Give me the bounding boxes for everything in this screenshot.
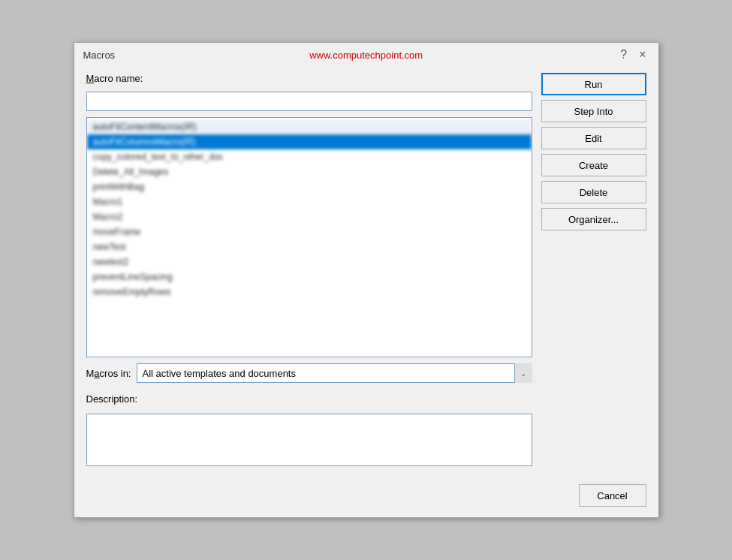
create-button[interactable]: Create bbox=[541, 154, 646, 176]
macros-in-row: Macros in: All active templates and docu… bbox=[86, 363, 532, 383]
list-item[interactable]: newTest bbox=[87, 239, 532, 254]
description-box bbox=[86, 414, 532, 466]
cancel-button[interactable]: Cancel bbox=[579, 484, 646, 507]
title-bar: Macros www.computechpoint.com ? × bbox=[74, 43, 658, 64]
title-bar-controls: ? × bbox=[617, 49, 649, 61]
list-item[interactable]: printWithBag bbox=[87, 179, 532, 194]
organizer-button[interactable]: Organizer... bbox=[541, 208, 646, 230]
macro-name-input[interactable] bbox=[86, 92, 532, 111]
list-item[interactable]: moveFrame bbox=[87, 224, 532, 239]
delete-button[interactable]: Delete bbox=[541, 181, 646, 203]
macro-list-container: autoFitContentMacros(IR) autoFitColumnsM… bbox=[86, 117, 532, 357]
edit-button[interactable]: Edit bbox=[541, 127, 646, 149]
close-button[interactable]: × bbox=[636, 49, 649, 61]
list-item[interactable]: preventLineSpacing bbox=[87, 269, 532, 285]
macros-in-select[interactable]: All active templates and documents Norma… bbox=[137, 363, 532, 383]
list-item[interactable]: autoFitColumnsMacro(IR) bbox=[87, 134, 532, 149]
left-panel: Macro name: autoFitContentMacros(IR) aut… bbox=[86, 73, 532, 466]
run-button[interactable]: Run bbox=[541, 73, 646, 95]
dialog-body: Macro name: autoFitContentMacros(IR) aut… bbox=[74, 64, 658, 478]
list-item[interactable]: removeEmptyRows bbox=[87, 285, 532, 300]
macro-list[interactable]: autoFitContentMacros(IR) autoFitColumnsM… bbox=[87, 118, 532, 357]
dialog-title: Macros bbox=[83, 50, 116, 61]
list-item[interactable]: Delete_All_Images bbox=[87, 164, 532, 179]
macro-name-label: Macro name: bbox=[86, 73, 532, 84]
macros-in-label: Macros in: bbox=[86, 368, 131, 379]
list-item[interactable]: newtest2 bbox=[87, 254, 532, 269]
macros-dialog: Macros www.computechpoint.com ? × Macro … bbox=[74, 42, 659, 518]
description-label: Description: bbox=[86, 393, 532, 405]
step-into-button[interactable]: Step Into bbox=[541, 100, 646, 122]
website-link: www.computechpoint.com bbox=[115, 50, 617, 61]
help-button[interactable]: ? bbox=[617, 49, 630, 61]
list-item[interactable]: Macro1 bbox=[87, 194, 532, 209]
right-panel: Run Step Into Edit Create Delete Organiz… bbox=[541, 73, 646, 466]
list-item[interactable]: Macro2 bbox=[87, 209, 532, 224]
list-item[interactable]: copy_colored_text_to_other_doc bbox=[87, 149, 532, 164]
macros-in-select-wrapper: All active templates and documents Norma… bbox=[137, 363, 532, 383]
bottom-row: Cancel bbox=[74, 478, 658, 517]
list-item[interactable]: autoFitContentMacros(IR) bbox=[87, 119, 532, 134]
